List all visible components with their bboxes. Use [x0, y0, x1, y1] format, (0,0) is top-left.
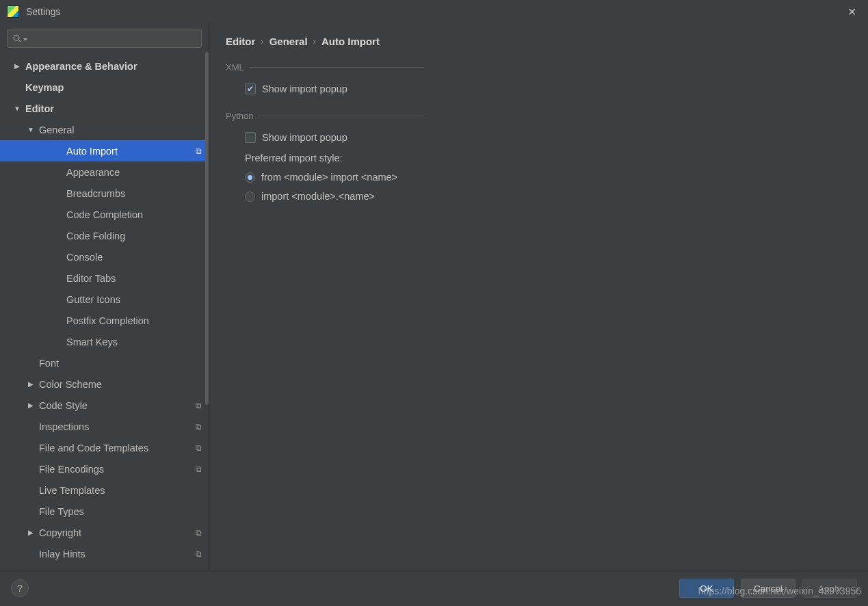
- settings-content: Editor › General › Auto Import XML Show …: [209, 23, 868, 570]
- app-icon: [7, 5, 19, 18]
- tree-item-label: Keymap: [25, 82, 202, 93]
- chevron-down-icon[interactable]: ▼: [26, 126, 36, 133]
- ok-button-label: OK: [700, 583, 713, 594]
- project-scope-icon: ⧉: [191, 549, 202, 559]
- tree-item-label: Code Style: [39, 400, 191, 411]
- preferred-import-style-label: Preferred import style:: [245, 148, 424, 168]
- tree-item-label: Smart Keys: [66, 337, 202, 347]
- tree-item-file-and-code-templates[interactable]: ▶File and Code Templates⧉: [0, 437, 209, 458]
- chevron-down-icon[interactable]: ▼: [12, 105, 22, 112]
- apply-button[interactable]: Apply: [802, 579, 857, 598]
- tree-item-postfix-completion[interactable]: ▶Postfix Completion: [0, 310, 209, 331]
- chevron-right-icon[interactable]: ▶: [26, 380, 36, 388]
- tree-item-editor-tabs[interactable]: ▶Editor Tabs: [0, 267, 209, 289]
- tree-item-live-templates[interactable]: ▶Live Templates: [0, 479, 209, 501]
- tree-item-auto-import[interactable]: ▶Auto Import⧉: [0, 140, 209, 161]
- import-style-from-module-label: from <module> import <name>: [261, 172, 397, 183]
- title-bar: Settings ✕: [0, 0, 868, 23]
- breadcrumb-editor[interactable]: Editor: [226, 36, 255, 47]
- tree-item-console[interactable]: ▶Console: [0, 246, 209, 267]
- radio-unselected-icon[interactable]: [245, 192, 255, 202]
- import-style-import-module-label: import <module>.<name>: [261, 191, 375, 202]
- dialog-footer: ? OK Cancel Apply https://blog.csdn.net/…: [0, 570, 868, 606]
- tree-item-label: Gutter Icons: [66, 294, 202, 305]
- tree-item-inspections[interactable]: ▶Inspections⧉: [0, 416, 209, 437]
- tree-item-label: Live Templates: [39, 485, 202, 496]
- settings-tree[interactable]: ▶Appearance & Behavior▶Keymap▼Editor▼Gen…: [0, 52, 209, 570]
- apply-button-label: Apply: [818, 583, 841, 594]
- xml-show-import-popup-row[interactable]: Show import popup: [245, 79, 424, 98]
- tree-item-label: Color Scheme: [39, 379, 202, 390]
- section-xml-title: XML: [226, 62, 244, 73]
- project-scope-icon: ⧉: [191, 528, 202, 538]
- search-input-wrap[interactable]: [7, 29, 202, 48]
- chevron-right-icon: ›: [261, 36, 263, 47]
- tree-item-keymap[interactable]: ▶Keymap: [0, 77, 209, 98]
- tree-item-gutter-icons[interactable]: ▶Gutter Icons: [0, 289, 209, 310]
- tree-item-label: Font: [39, 358, 202, 369]
- help-icon: ?: [17, 583, 23, 594]
- project-scope-icon: ⧉: [191, 401, 202, 410]
- tree-item-copyright[interactable]: ▶Copyright⧉: [0, 522, 209, 543]
- tree-item-label: Editor: [25, 103, 202, 114]
- tree-item-breadcrumbs[interactable]: ▶Breadcrumbs: [0, 183, 209, 204]
- tree-item-code-folding[interactable]: ▶Code Folding: [0, 225, 209, 246]
- tree-item-label: General: [39, 124, 202, 135]
- close-icon[interactable]: ✕: [842, 5, 861, 18]
- tree-item-general[interactable]: ▼General: [0, 119, 209, 140]
- tree-item-label: Breadcrumbs: [66, 188, 202, 199]
- tree-item-code-completion[interactable]: ▶Code Completion: [0, 204, 209, 225]
- tree-item-label: Copyright: [39, 527, 191, 538]
- tree-item-editor[interactable]: ▼Editor: [0, 98, 209, 119]
- tree-item-font[interactable]: ▶Font: [0, 352, 209, 373]
- search-history-caret-icon[interactable]: [23, 38, 27, 41]
- window-title: Settings: [26, 6, 61, 17]
- chevron-right-icon[interactable]: ▶: [26, 529, 36, 536]
- tree-item-file-types[interactable]: ▶File Types: [0, 501, 209, 522]
- tree-item-label: Code Completion: [66, 209, 202, 220]
- tree-item-label: Inlay Hints: [39, 549, 191, 559]
- cancel-button[interactable]: Cancel: [741, 579, 795, 598]
- tree-item-appearance[interactable]: ▶Appearance: [0, 161, 209, 183]
- tree-item-file-encodings[interactable]: ▶File Encodings⧉: [0, 458, 209, 479]
- search-icon: [12, 33, 23, 44]
- help-button[interactable]: ?: [11, 579, 29, 597]
- tree-item-inlay-hints[interactable]: ▶Inlay Hints⧉: [0, 543, 209, 564]
- tree-item-code-style[interactable]: ▶Code Style⧉: [0, 395, 209, 416]
- tree-item-label: Inspections: [39, 421, 191, 432]
- checkbox-checked-icon[interactable]: [245, 83, 256, 94]
- python-show-import-popup-label: Show import popup: [262, 132, 347, 143]
- radio-selected-icon[interactable]: [245, 172, 255, 183]
- project-scope-icon: ⧉: [191, 422, 202, 432]
- tree-item-label: File Types: [39, 506, 202, 517]
- tree-item-appearance-behavior[interactable]: ▶Appearance & Behavior: [0, 55, 209, 77]
- tree-item-smart-keys[interactable]: ▶Smart Keys: [0, 331, 209, 352]
- divider: [250, 67, 424, 68]
- tree-item-label: File and Code Templates: [39, 443, 191, 453]
- breadcrumb: Editor › General › Auto Import: [226, 36, 852, 47]
- search-input[interactable]: [33, 34, 197, 44]
- import-style-from-module-row[interactable]: from <module> import <name>: [245, 168, 424, 187]
- tree-item-color-scheme[interactable]: ▶Color Scheme: [0, 373, 209, 395]
- tree-item-label: Appearance & Behavior: [25, 61, 202, 72]
- checkbox-unchecked-icon[interactable]: [245, 132, 256, 143]
- ok-button[interactable]: OK: [679, 579, 734, 598]
- settings-sidebar: ▶Appearance & Behavior▶Keymap▼Editor▼Gen…: [0, 23, 209, 570]
- tree-item-label: Postfix Completion: [66, 315, 202, 326]
- breadcrumb-general[interactable]: General: [269, 36, 308, 47]
- divider: [259, 116, 424, 116]
- python-show-import-popup-row[interactable]: Show import popup: [245, 128, 424, 147]
- import-style-import-module-row[interactable]: import <module>.<name>: [245, 187, 424, 206]
- chevron-right-icon[interactable]: ▶: [26, 401, 36, 409]
- svg-line-1: [19, 40, 21, 42]
- chevron-right-icon: ›: [313, 36, 316, 47]
- section-python-title: Python: [226, 111, 253, 121]
- sidebar-scrollbar[interactable]: [205, 52, 209, 405]
- tree-item-label: File Encodings: [39, 464, 191, 475]
- project-scope-icon: ⧉: [191, 464, 202, 474]
- tree-item-label: Appearance: [66, 167, 202, 178]
- chevron-right-icon[interactable]: ▶: [12, 62, 22, 70]
- breadcrumb-auto-import: Auto Import: [321, 36, 380, 47]
- project-scope-icon: ⧉: [191, 443, 202, 453]
- cancel-button-label: Cancel: [754, 583, 782, 594]
